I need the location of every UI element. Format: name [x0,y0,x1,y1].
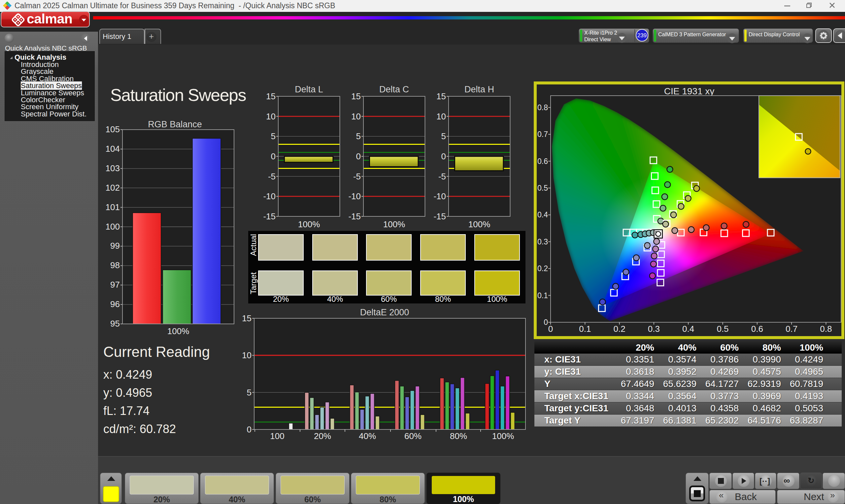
svg-text:0.8: 0.8 [820,324,832,334]
svg-text:0.5: 0.5 [538,184,548,192]
svg-text:10: 10 [266,111,276,121]
svg-text:-5: -5 [268,172,276,181]
svg-text:DeltaE 2000: DeltaE 2000 [360,307,409,317]
svg-text:100%: 100% [168,326,190,336]
svg-text:0: 0 [247,425,251,434]
svg-text:15: 15 [242,313,251,323]
svg-text:Delta L: Delta L [295,85,323,94]
svg-text:40%: 40% [359,431,376,441]
svg-text:0.1: 0.1 [579,324,591,334]
svg-text:98: 98 [110,260,120,270]
svg-text:RGB Balance: RGB Balance [148,120,202,129]
svg-text:15: 15 [436,91,446,101]
svg-text:0: 0 [271,151,276,161]
svg-text:0.2: 0.2 [614,324,626,334]
svg-text:0.7: 0.7 [538,130,548,139]
svg-text:100: 100 [270,431,284,441]
svg-text:15: 15 [351,91,361,101]
svg-text:0: 0 [441,151,446,161]
svg-text:0.8: 0.8 [538,103,548,112]
svg-text:0.7: 0.7 [786,324,797,334]
svg-text:Delta H: Delta H [464,85,494,94]
svg-text:102: 102 [106,183,120,193]
svg-text:0.1: 0.1 [538,291,548,300]
svg-text:103: 103 [106,163,120,173]
svg-text:0.2: 0.2 [538,264,548,273]
svg-text:-15: -15 [434,212,446,221]
svg-text:100: 100 [106,222,120,232]
svg-text:60%: 60% [404,431,422,441]
svg-text:0.4: 0.4 [682,324,694,334]
svg-text:100%: 100% [492,431,514,441]
svg-text:101: 101 [106,202,120,212]
svg-text:97: 97 [110,280,120,290]
svg-text:95: 95 [110,319,120,328]
svg-text:104: 104 [106,144,120,154]
svg-text:0.4: 0.4 [538,211,548,219]
svg-text:0.3: 0.3 [538,237,548,246]
svg-text:10: 10 [351,111,361,121]
svg-text:100%: 100% [383,219,405,229]
svg-text:-10: -10 [348,191,361,201]
svg-text:10: 10 [242,350,251,360]
svg-text:-15: -15 [348,212,361,221]
svg-text:0: 0 [356,151,361,161]
svg-text:15: 15 [266,91,276,101]
svg-text:0.6: 0.6 [538,157,548,166]
svg-text:100%: 100% [469,219,491,229]
svg-text:96: 96 [110,299,120,309]
svg-text:Delta C: Delta C [379,85,409,94]
svg-text:105: 105 [106,124,120,134]
svg-text:0.3: 0.3 [648,324,660,334]
svg-text:-5: -5 [353,172,361,181]
svg-text:5: 5 [356,131,361,141]
svg-text:0.6: 0.6 [751,324,763,334]
svg-text:0: 0 [544,318,548,326]
svg-text:5: 5 [441,131,446,141]
svg-text:-15: -15 [263,212,276,221]
svg-text:0: 0 [548,324,553,334]
svg-text:10: 10 [436,111,446,121]
svg-text:99: 99 [110,241,120,251]
svg-text:-10: -10 [434,191,446,201]
svg-text:-10: -10 [263,191,276,201]
svg-text:20%: 20% [314,431,331,441]
svg-text:0.5: 0.5 [717,324,728,334]
svg-text:CIE 1931 xy: CIE 1931 xy [664,86,715,96]
svg-text:80%: 80% [450,431,467,441]
svg-text:5: 5 [271,131,276,141]
svg-text:100%: 100% [298,219,320,229]
svg-text:-5: -5 [438,172,446,181]
svg-text:5: 5 [247,388,251,397]
